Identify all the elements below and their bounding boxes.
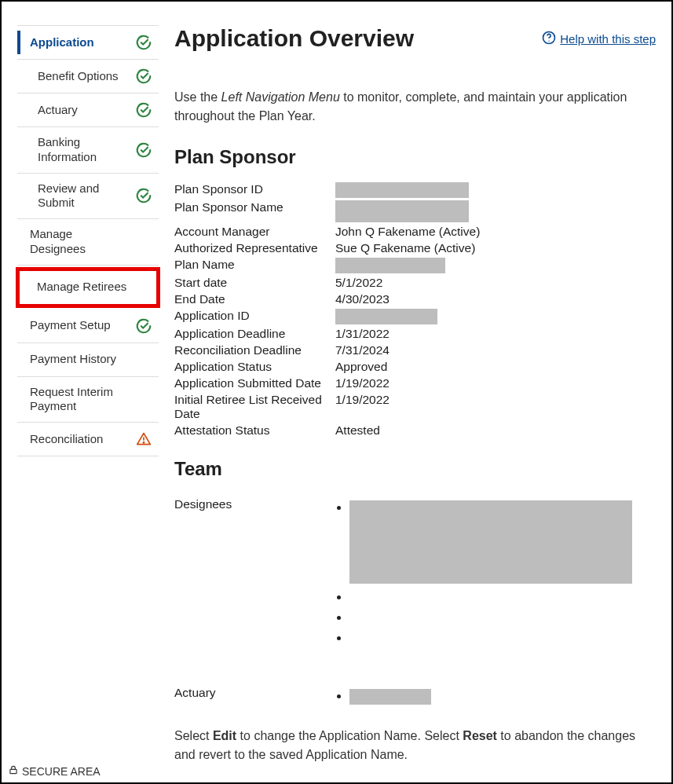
redacted-block (335, 258, 445, 273)
sidebar-item-review-and-submit[interactable]: Review and Submit (17, 174, 159, 220)
kv-key: Plan Name (174, 258, 335, 272)
list-item (349, 689, 431, 705)
kv-row: Application Submitted Date1/19/2022 (174, 376, 656, 390)
kv-key: Application Deadline (174, 327, 335, 341)
designees-label: Designees (174, 494, 335, 511)
kv-key: Plan Sponsor ID (174, 182, 335, 196)
kv-row: Attestation StatusAttested (174, 423, 656, 438)
redacted-block (349, 500, 632, 584)
main-content: Application Overview Help with this step… (174, 25, 656, 784)
kv-value: 1/19/2022 (335, 376, 390, 390)
actuary-row: Actuary (174, 683, 656, 711)
sidebar-item-label: Actuary (38, 103, 135, 118)
sidebar: ApplicationBenefit OptionsActuaryBanking… (9, 25, 159, 784)
kv-key: Plan Sponsor Name (174, 200, 335, 214)
list-item (349, 590, 632, 604)
redacted-block (335, 182, 469, 198)
sidebar-item-application[interactable]: Application (17, 25, 159, 60)
kv-value (335, 200, 469, 222)
kv-value: 1/19/2022 (335, 393, 390, 407)
kv-row: Application StatusApproved (174, 360, 656, 374)
redacted-block (335, 309, 437, 324)
sidebar-item-manage-retirees[interactable]: Manage Retirees (16, 267, 160, 308)
kv-row: Start date5/1/2022 (174, 276, 656, 290)
kv-value: Sue Q Fakename (Active) (335, 241, 475, 255)
kv-key: End Date (174, 292, 335, 306)
sidebar-item-actuary[interactable]: Actuary (17, 93, 159, 127)
redacted-block (335, 200, 469, 222)
kv-row: Application Deadline1/31/2022 (174, 327, 656, 341)
sidebar-item-label: Reconciliation (30, 432, 135, 447)
check-icon (135, 317, 152, 335)
kv-row: Plan Sponsor ID (174, 182, 656, 198)
kv-value: Attested (335, 423, 380, 438)
sidebar-item-request-interim-payment[interactable]: Request Interim Payment (17, 377, 159, 423)
svg-point-3 (549, 41, 550, 42)
kv-key: Start date (174, 276, 335, 290)
sidebar-item-label: Request Interim Payment (30, 385, 135, 415)
kv-key: Account Manager (174, 225, 335, 239)
sidebar-item-payment-history[interactable]: Payment History (17, 343, 159, 377)
secure-area: SECURE AREA (8, 764, 101, 778)
designees-row: Designees (174, 494, 656, 651)
check-icon (135, 101, 152, 119)
secure-label: SECURE AREA (22, 765, 101, 778)
actuary-list (335, 683, 431, 711)
sidebar-item-label: Application (30, 35, 135, 50)
sidebar-item-banking-information[interactable]: Banking Information (17, 127, 159, 174)
svg-point-1 (143, 442, 144, 443)
kv-key: Initial Retiree List Received Date (174, 393, 335, 421)
sidebar-item-reconciliation[interactable]: Reconciliation (17, 423, 159, 456)
kv-row: Reconciliation Deadline7/31/2024 (174, 343, 656, 357)
no-icon (135, 233, 152, 251)
check-icon (135, 187, 152, 204)
plan-sponsor-table: Plan Sponsor IDPlan Sponsor NameAccount … (174, 182, 656, 438)
plan-sponsor-heading: Plan Sponsor (174, 146, 656, 168)
intro-text: Use the Left Navigation Menu to monitor,… (174, 88, 656, 126)
sidebar-item-label: Payment Setup (30, 318, 135, 333)
help-link[interactable]: Help with this step (541, 30, 656, 48)
edit-note: Select Edit to change the Application Na… (174, 727, 656, 764)
check-icon (135, 141, 152, 159)
kv-value: Approved (335, 360, 387, 374)
sidebar-item-label: Manage Designees (30, 227, 135, 257)
kv-value: John Q Fakename (Active) (335, 225, 480, 239)
list-item (349, 631, 632, 645)
check-icon (135, 34, 152, 51)
kv-value (335, 258, 445, 273)
help-link-label: Help with this step (560, 32, 656, 46)
kv-value: 7/31/2024 (335, 343, 390, 357)
kv-key: Reconciliation Deadline (174, 343, 335, 357)
kv-value: 5/1/2022 (335, 276, 382, 290)
page-title: Application Overview (174, 25, 414, 52)
kv-row: Initial Retiree List Received Date1/19/2… (174, 393, 656, 421)
kv-value: 4/30/2023 (335, 292, 390, 306)
team-heading: Team (174, 458, 656, 480)
kv-key: Attestation Status (174, 423, 335, 438)
kv-row: Application ID (174, 309, 656, 324)
sidebar-item-label: Benefit Options (38, 69, 135, 84)
sidebar-item-manage-designees[interactable]: Manage Designees (17, 219, 159, 266)
kv-key: Application Status (174, 360, 335, 374)
kv-key: Application Submitted Date (174, 376, 335, 390)
kv-value: 1/31/2022 (335, 327, 390, 341)
kv-row: Account ManagerJohn Q Fakename (Active) (174, 225, 656, 239)
sidebar-item-label: Manage Retirees (37, 280, 133, 295)
lock-icon (8, 764, 19, 778)
kv-row: End Date4/30/2023 (174, 292, 656, 306)
actuary-label: Actuary (174, 683, 335, 700)
kv-value (335, 182, 469, 198)
svg-rect-4 (10, 769, 16, 773)
help-icon (541, 30, 557, 48)
kv-row: Plan Sponsor Name (174, 200, 656, 222)
no-icon (135, 351, 152, 368)
sidebar-item-label: Payment History (30, 352, 135, 367)
kv-row: Authorized RepresentativeSue Q Fakename … (174, 241, 656, 255)
sidebar-item-benefit-options[interactable]: Benefit Options (17, 60, 159, 93)
sidebar-item-payment-setup[interactable]: Payment Setup (17, 310, 159, 343)
designees-list (335, 494, 632, 651)
kv-key: Application ID (174, 309, 335, 323)
kv-row: Plan Name (174, 258, 656, 273)
check-icon (135, 68, 152, 85)
warning-icon (135, 430, 152, 448)
